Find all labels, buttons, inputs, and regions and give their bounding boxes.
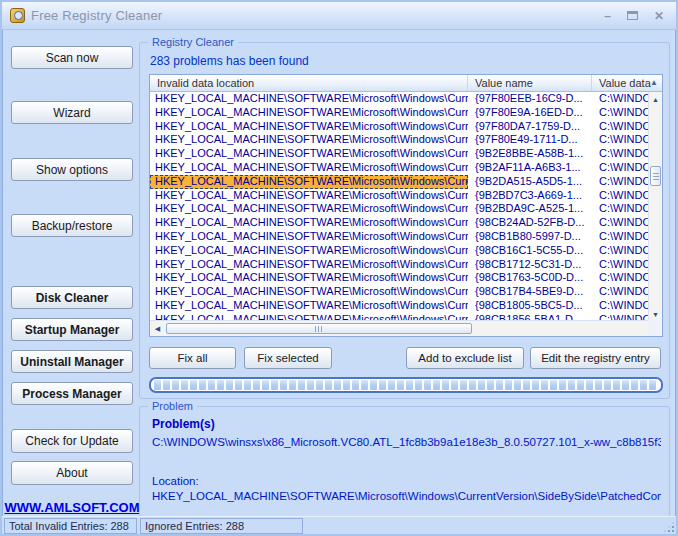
row-location: HKEY_LOCAL_MACHINE\SOFTWARE\Microsoft\Wi… (150, 161, 468, 175)
table-row[interactable]: HKEY_LOCAL_MACHINE\SOFTWARE\Microsoft\Wi… (150, 106, 648, 120)
row-location: HKEY_LOCAL_MACHINE\SOFTWARE\Microsoft\Wi… (150, 175, 468, 189)
row-value-name: {98CB1712-5C31-D... (468, 258, 592, 272)
backup-restore-button[interactable]: Backup/restore (11, 214, 133, 237)
progress-segment (649, 380, 656, 390)
table-row[interactable]: HKEY_LOCAL_MACHINE\SOFTWARE\Microsoft\Wi… (150, 189, 648, 203)
row-value-data: C:\WINDO (592, 133, 648, 147)
add-to-exclude-list-button[interactable]: Add to exclude list (406, 347, 524, 369)
edit-registry-entry-button[interactable]: Edit the registry entry (530, 347, 661, 369)
disk-cleaner-button[interactable]: Disk Cleaner (11, 286, 133, 309)
table-row[interactable]: HKEY_LOCAL_MACHINE\SOFTWARE\Microsoft\Wi… (150, 92, 648, 106)
horizontal-scrollbar[interactable]: ◀ ▶ (150, 320, 662, 336)
row-location: HKEY_LOCAL_MACHINE\SOFTWARE\Microsoft\Wi… (150, 106, 468, 120)
row-location: HKEY_LOCAL_MACHINE\SOFTWARE\Microsoft\Wi… (150, 133, 468, 147)
table-row[interactable]: HKEY_LOCAL_MACHINE\SOFTWARE\Microsoft\Wi… (150, 147, 648, 161)
row-location: HKEY_LOCAL_MACHINE\SOFTWARE\Microsoft\Wi… (150, 299, 468, 313)
close-button[interactable]: ✕ (654, 9, 664, 23)
row-value-data: C:\WINDO (592, 258, 648, 272)
table-row[interactable]: HKEY_LOCAL_MACHINE\SOFTWARE\Microsoft\Wi… (150, 175, 648, 189)
column-header-invalid-data-location[interactable]: Invalid data location (150, 75, 468, 91)
scroll-left-icon[interactable]: ◀ (151, 322, 164, 335)
table-row[interactable]: HKEY_LOCAL_MACHINE\SOFTWARE\Microsoft\Wi… (150, 230, 648, 244)
progress-segment (460, 380, 467, 390)
progress-segment (433, 380, 440, 390)
fix-all-button[interactable]: Fix all (149, 347, 236, 369)
fix-selected-button[interactable]: Fix selected (244, 347, 332, 369)
row-value-data: C:\WINDO (592, 202, 648, 216)
table-row[interactable]: HKEY_LOCAL_MACHINE\SOFTWARE\Microsoft\Wi… (150, 258, 648, 272)
startup-manager-button[interactable]: Startup Manager (11, 318, 133, 341)
progress-segment (199, 380, 206, 390)
table-row[interactable]: HKEY_LOCAL_MACHINE\SOFTWARE\Microsoft\Wi… (150, 133, 648, 147)
horizontal-scroll-thumb[interactable] (166, 323, 472, 334)
row-value-data: C:\WINDO (592, 106, 648, 120)
problem-path: C:\WINDOWS\winsxs\x86_Microsoft.VC80.ATL… (152, 436, 661, 448)
progress-segment (190, 380, 197, 390)
row-value-name: {98CB1805-5BC5-D... (468, 299, 592, 313)
about-button[interactable]: About (11, 461, 133, 485)
row-value-data: C:\WINDO (592, 230, 648, 244)
progress-segment (298, 380, 305, 390)
row-value-name: {9B2BD7C3-A669-1... (468, 189, 592, 203)
table-row[interactable]: HKEY_LOCAL_MACHINE\SOFTWARE\Microsoft\Wi… (150, 120, 648, 134)
table-row[interactable]: HKEY_LOCAL_MACHINE\SOFTWARE\Microsoft\Wi… (150, 285, 648, 299)
app-icon (10, 8, 25, 23)
progress-segment (325, 380, 332, 390)
progress-segment (469, 380, 476, 390)
show-options-button[interactable]: Show options (11, 158, 133, 181)
problems-found-text: 283 problems has been found (150, 54, 309, 68)
row-value-data: C:\WINDO (592, 285, 648, 299)
window-controls: – ✕ (604, 9, 668, 23)
resize-grip-icon[interactable] (662, 520, 674, 532)
progress-segment (505, 380, 512, 390)
table-row[interactable]: HKEY_LOCAL_MACHINE\SOFTWARE\Microsoft\Wi… (150, 161, 648, 175)
invalid-entries-table: Invalid data location Value name Value d… (149, 74, 663, 337)
ignored-entries-panel: Ignored Entries: 288 (140, 518, 303, 534)
progress-segment (424, 380, 431, 390)
wizard-button[interactable]: Wizard (11, 101, 133, 124)
maximize-button[interactable] (627, 11, 638, 20)
table-row[interactable]: HKEY_LOCAL_MACHINE\SOFTWARE\Microsoft\Wi… (150, 271, 648, 285)
table-row[interactable]: HKEY_LOCAL_MACHINE\SOFTWARE\Microsoft\Wi… (150, 244, 648, 258)
minimize-button[interactable]: – (604, 9, 611, 23)
registry-table-body: HKEY_LOCAL_MACHINE\SOFTWARE\Microsoft\Wi… (150, 92, 648, 322)
table-row[interactable]: HKEY_LOCAL_MACHINE\SOFTWARE\Microsoft\Wi… (150, 202, 648, 216)
progress-segment (631, 380, 638, 390)
problem-group-label: Problem (148, 400, 197, 412)
progress-segment (640, 380, 647, 390)
progress-segment (217, 380, 224, 390)
row-value-data: C:\WINDO (592, 161, 648, 175)
progress-segment (415, 380, 422, 390)
table-header: Invalid data location Value name Value d… (150, 75, 662, 92)
progress-segment (442, 380, 449, 390)
row-location: HKEY_LOCAL_MACHINE\SOFTWARE\Microsoft\Wi… (150, 216, 468, 230)
progress-segment (172, 380, 179, 390)
row-value-data: C:\WINDO (592, 244, 648, 258)
progress-segment (262, 380, 269, 390)
progress-segment (289, 380, 296, 390)
column-header-value-name[interactable]: Value name (468, 75, 592, 91)
check-for-update-button[interactable]: Check for Update (11, 429, 133, 453)
scroll-up-icon[interactable]: ▲ (649, 93, 662, 106)
progress-segment (334, 380, 341, 390)
progress-segment (586, 380, 593, 390)
vertical-scroll-thumb[interactable] (650, 166, 661, 186)
scrollbar-corner (648, 320, 662, 336)
process-manager-button[interactable]: Process Manager (11, 382, 133, 405)
website-link[interactable]: WWW.AMLSOFT.COM (2, 500, 142, 515)
row-value-name: {97F80E9A-16ED-D... (468, 106, 592, 120)
progress-segment (613, 380, 620, 390)
row-value-name: {97F80EEB-16C9-D... (468, 92, 592, 106)
progress-segment (487, 380, 494, 390)
uninstall-manager-button[interactable]: Uninstall Manager (11, 350, 133, 373)
progress-segment (379, 380, 386, 390)
row-value-name: {98CB1B80-5997-D... (468, 230, 592, 244)
progress-segment (271, 380, 278, 390)
vertical-scrollbar[interactable]: ▲ ▼ (648, 92, 662, 322)
progress-segment (532, 380, 539, 390)
table-row[interactable]: HKEY_LOCAL_MACHINE\SOFTWARE\Microsoft\Wi… (150, 216, 648, 230)
row-location: HKEY_LOCAL_MACHINE\SOFTWARE\Microsoft\Wi… (150, 285, 468, 299)
progress-segment (244, 380, 251, 390)
table-row[interactable]: HKEY_LOCAL_MACHINE\SOFTWARE\Microsoft\Wi… (150, 299, 648, 313)
scan-now-button[interactable]: Scan now (11, 46, 133, 69)
